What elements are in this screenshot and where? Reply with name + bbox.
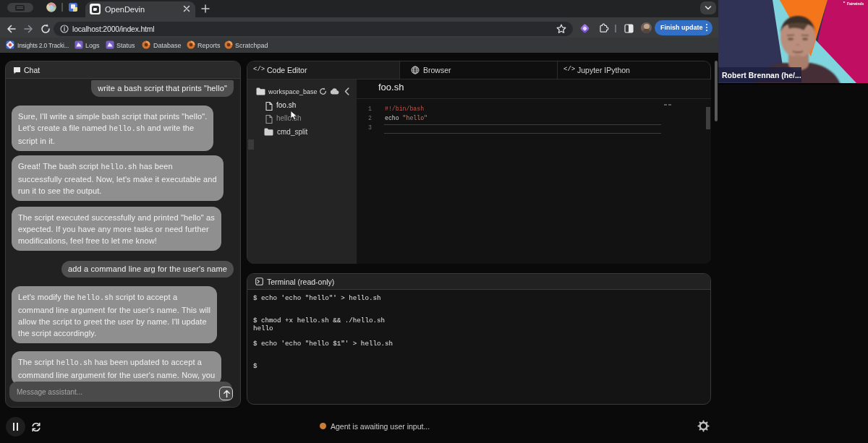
- svg-text:Robert Brennan (he/...: Robert Brennan (he/...: [722, 71, 801, 79]
- svg-text:Fairwinds: Fairwinds: [847, 1, 864, 6]
